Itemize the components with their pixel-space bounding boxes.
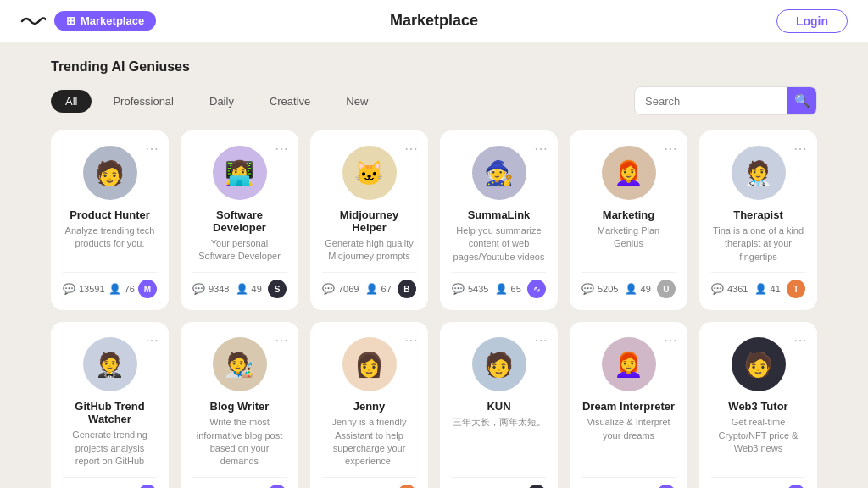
chat-icon: 💬 [63, 283, 75, 295]
section-title: Trending AI Geniuses [51, 59, 817, 75]
card-menu-icon[interactable]: ⋯ [534, 141, 548, 157]
avatar: 🧑‍⚕️ [732, 146, 786, 200]
card-menu-icon[interactable]: ⋯ [664, 332, 677, 348]
card-item[interactable]: ⋯ 🧑 Web3 Tutor Get real-time Crypto/NFT … [699, 322, 817, 488]
user-icon: 👤 [495, 283, 508, 295]
card-item[interactable]: ⋯ 🧑 Product Hunter Analyze trending tech… [51, 130, 169, 310]
user-count: 65 [511, 284, 521, 294]
card-name: Dream Interpreter [582, 400, 675, 413]
card-item[interactable]: ⋯ 🧙 SummaLink Help you summarize content… [440, 130, 558, 310]
creator-avatar: J [398, 485, 416, 488]
card-menu-icon[interactable]: ⋯ [793, 332, 807, 348]
card-item[interactable]: ⋯ 👩‍💻 Software Developer Your personal S… [181, 130, 298, 310]
card-item[interactable]: ⋯ 🧑‍🎨 Blog Writer Write the most informa… [181, 322, 298, 488]
card-desc: 三年太长，两年太短。 [453, 416, 546, 469]
card-desc: Visualize & Interpret your dreams [581, 416, 676, 469]
card-menu-icon[interactable]: ⋯ [534, 332, 548, 348]
card-name: Product Hunter [70, 208, 150, 221]
chat-count: 7069 [338, 284, 359, 294]
card-menu-icon[interactable]: ⋯ [145, 141, 159, 157]
creator-avatar: M [138, 280, 157, 298]
chat-icon: 💬 [452, 283, 465, 295]
card-stats: 💬 3212 👤 34 J [322, 477, 416, 488]
user-count: 41 [771, 284, 781, 294]
tab-daily[interactable]: Daily [195, 90, 248, 113]
user-stat: 👤 65 [495, 283, 521, 295]
card-name: Web3 Tutor [728, 400, 787, 413]
card-item[interactable]: ⋯ 🤵 GitHub Trend Watcher Generate trendi… [51, 322, 169, 488]
card-stats: 💬 4361 👤 41 T [711, 272, 805, 298]
card-item[interactable]: ⋯ 🐱 Midjourney Helper Generate high qual… [310, 130, 428, 310]
chat-stat: 💬 5435 [452, 283, 488, 295]
creator-avatar: K [527, 485, 546, 488]
avatar: 🧑 [732, 337, 786, 391]
user-stat: 👤 49 [236, 283, 262, 295]
card-menu-icon[interactable]: ⋯ [275, 141, 288, 157]
card-desc: Write the most informative blog post bas… [192, 416, 287, 469]
card-menu-icon[interactable]: ⋯ [275, 332, 288, 348]
card-menu-icon[interactable]: ⋯ [664, 141, 677, 157]
creator-avatar: ∿ [527, 280, 546, 298]
chat-icon: 💬 [192, 283, 205, 295]
avatar: 🐱 [342, 146, 397, 200]
avatar: 🧑‍🎨 [213, 337, 267, 391]
chat-icon: 💬 [581, 283, 594, 295]
logo-icon [20, 13, 46, 30]
card-name: KUN [487, 400, 510, 413]
card-name: Jenny [353, 400, 386, 413]
user-icon: 👤 [625, 283, 637, 295]
card-name: Blog Writer [210, 400, 270, 413]
user-count: 49 [641, 284, 651, 294]
tab-creative[interactable]: Creative [255, 90, 325, 113]
user-icon: 👤 [108, 283, 121, 295]
card-stats: 💬 5435 👤 65 ∿ [452, 272, 546, 298]
tab-professional[interactable]: Professional [98, 90, 188, 113]
chat-count: 5205 [598, 284, 618, 294]
card-menu-icon[interactable]: ⋯ [404, 141, 418, 157]
search-button[interactable]: 🔍 [787, 86, 816, 115]
card-item[interactable]: ⋯ 🧑‍⚕️ Therapist Tina is a one of a kind… [699, 130, 817, 310]
card-item[interactable]: ⋯ 🧑 KUN 三年太长，两年太短。 💬 3216 👤 30 K [440, 322, 558, 488]
chat-stat: 💬 9348 [192, 283, 229, 295]
chat-count: 13591 [79, 284, 105, 294]
filter-row: All Professional Daily Creative New 🔍 [51, 86, 817, 115]
creator-avatar: ∿ [657, 485, 676, 488]
card-menu-icon[interactable]: ⋯ [145, 332, 159, 348]
user-icon: 👤 [236, 283, 248, 295]
card-menu-icon[interactable]: ⋯ [793, 141, 807, 157]
filter-tabs: All Professional Daily Creative New [51, 90, 382, 113]
card-menu-icon[interactable]: ⋯ [404, 332, 418, 348]
card-item[interactable]: ⋯ 👩‍🦰 Marketing Marketing Plan Genius 💬 … [570, 130, 687, 310]
avatar: 👩 [342, 337, 397, 391]
card-name: Marketing [603, 208, 654, 221]
avatar: 👩‍🦰 [602, 146, 656, 200]
grid-icon: ⊞ [66, 14, 75, 27]
card-stats: 💬 5205 👤 49 U [581, 272, 676, 298]
card-stats: 💬 7069 👤 67 B [322, 272, 416, 298]
search-box: 🔍 [634, 86, 817, 115]
chat-icon: 💬 [711, 283, 724, 295]
tab-all[interactable]: All [51, 90, 92, 113]
card-stats: 💬 4081 👤 34 ∿ [192, 477, 287, 488]
chat-icon: 💬 [322, 283, 335, 295]
chat-stat: 💬 4361 [711, 283, 748, 295]
card-item[interactable]: ⋯ 👩‍🦰 Dream Interpreter Visualize & Inte… [570, 322, 687, 488]
chat-count: 9348 [209, 284, 229, 294]
cards-row-2: ⋯ 🤵 GitHub Trend Watcher Generate trendi… [51, 322, 817, 488]
tab-new[interactable]: New [331, 90, 382, 113]
search-input[interactable] [635, 95, 787, 108]
user-count: 49 [252, 284, 262, 294]
creator-avatar: T [787, 280, 805, 298]
login-button[interactable]: Login [776, 9, 848, 33]
avatar: 🧙 [472, 146, 526, 200]
card-stats: 💬 2553 👤 27 ∿ [711, 477, 805, 488]
creator-avatar: M [138, 485, 157, 488]
card-desc: Generate high quality Midjourney prompts [322, 237, 416, 263]
card-item[interactable]: ⋯ 👩 Jenny Jenny is a friendly Assistant … [310, 322, 428, 488]
card-name: GitHub Trend Watcher [63, 400, 157, 425]
marketplace-badge[interactable]: ⊞ Marketplace [54, 11, 156, 30]
card-name: Software Developer [192, 208, 287, 234]
chat-count: 5435 [468, 284, 488, 294]
user-stat: 👤 41 [754, 283, 781, 295]
card-stats: 💬 3709 👤 41 M [63, 477, 157, 488]
